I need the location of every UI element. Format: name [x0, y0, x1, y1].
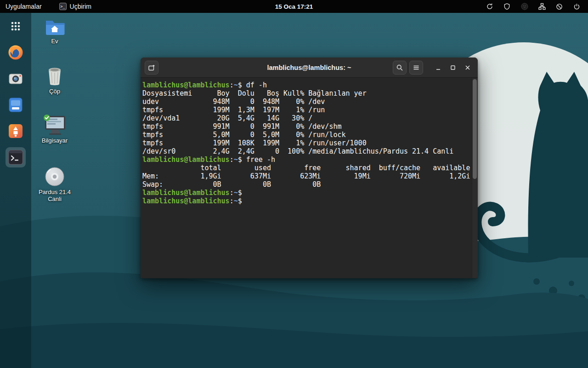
- files-icon[interactable]: [6, 95, 26, 115]
- terminal-line: udev 948M 0 948M 0% /dev: [142, 98, 469, 106]
- cd-disc-icon: [45, 167, 65, 187]
- terminal-line: Swap: 0B 0B 0B: [142, 180, 469, 189]
- search-button[interactable]: [393, 61, 407, 75]
- terminal-line: tmpfs 199M 108K 199M 1% /run/user/1000: [142, 139, 469, 147]
- desktop-icon-label: Ev: [51, 38, 58, 45]
- terminal-line: Mem: 1,9Gi 637Mi 623Mi 19Mi 720Mi 1,2Gi: [142, 172, 469, 180]
- window-title: lamblichus@lamblichus: ~: [267, 64, 351, 71]
- terminal-line: total used free shared buff/cache availa…: [142, 164, 469, 172]
- home-folder-icon: [45, 18, 65, 36]
- terminal-scrollbar[interactable]: [472, 78, 478, 278]
- show-applications-button[interactable]: [6, 16, 26, 36]
- topbar-left: Uygulamalar >_ Uçbirim: [0, 0, 96, 13]
- system-tray: [486, 0, 588, 13]
- camera-icon[interactable]: [6, 69, 26, 89]
- new-tab-button[interactable]: [145, 61, 158, 75]
- network-icon[interactable]: [538, 3, 546, 11]
- focused-app-label: Uçbirim: [70, 3, 91, 10]
- desktop-icon-computer[interactable]: Bilgisayar: [34, 114, 76, 144]
- minimize-button[interactable]: [432, 62, 444, 74]
- terminal-line: /dev/vda1 20G 5,4G 14G 30% /: [142, 114, 469, 122]
- shield-icon[interactable]: [503, 3, 511, 11]
- desktop-icon-label: Bilgisayar: [42, 137, 68, 144]
- disabled-circle-icon[interactable]: [555, 3, 563, 11]
- activities-button[interactable]: Uygulamalar: [0, 0, 47, 13]
- terminal-mini-icon: >_: [59, 3, 67, 10]
- clock[interactable]: 15 Oca 17:21: [275, 3, 313, 10]
- firefox-icon[interactable]: [6, 42, 26, 63]
- computer-icon: [43, 114, 67, 135]
- terminal-line: lamblichus@lamblichus:~$ df -h: [142, 81, 469, 89]
- top-bar: Uygulamalar >_ Uçbirim 15 Oca 17:21: [0, 0, 588, 13]
- close-button[interactable]: [462, 62, 474, 74]
- power-icon[interactable]: [573, 3, 581, 11]
- desktop-icon-label: Çöp: [49, 88, 60, 95]
- terminal-window: lamblichus@lamblichus: ~: [141, 58, 478, 278]
- dock: [0, 13, 31, 368]
- terminal-line: lamblichus@lamblichus:~$: [142, 197, 469, 205]
- app-indicator-icon[interactable]: [520, 3, 528, 11]
- terminal-viewport[interactable]: lamblichus@lamblichus:~$ df -hDosyasiste…: [141, 78, 478, 278]
- trash-icon: [45, 67, 64, 86]
- focused-app-menu[interactable]: >_ Uçbirim: [55, 0, 96, 13]
- terminal-line: /dev/sr0 2,4G 2,4G 0 100% /media/lamblic…: [142, 147, 469, 155]
- terminal-line: tmpfs 5,0M 0 5,0M 0% /run/lock: [142, 131, 469, 139]
- terminal-line: tmpfs 991M 0 991M 0% /dev/shm: [142, 122, 469, 131]
- update-icon[interactable]: [486, 3, 493, 11]
- software-center-icon[interactable]: [6, 121, 26, 141]
- desktop-icon-live-cd[interactable]: Pardus 21.4 Canli: [34, 167, 76, 202]
- scrollbar-thumb[interactable]: [473, 79, 477, 179]
- terminal-line: tmpfs 199M 1,3M 197M 1% /run: [142, 106, 469, 114]
- terminal-dock-icon[interactable]: [6, 147, 26, 167]
- terminal-line: lamblichus@lamblichus:~$: [142, 189, 469, 197]
- maximize-button[interactable]: [447, 62, 459, 74]
- menu-button[interactable]: [409, 61, 423, 75]
- desktop-icon-trash[interactable]: Çöp: [34, 67, 76, 95]
- terminal-titlebar[interactable]: lamblichus@lamblichus: ~: [141, 58, 478, 78]
- desktop-icon-label-line2: Canli: [39, 196, 71, 202]
- desktop-icon-home[interactable]: Ev: [34, 18, 76, 45]
- terminal-line: lamblichus@lamblichus:~$ free -h: [142, 155, 469, 164]
- desktop-icon-label-line1: Pardus 21.4: [39, 189, 71, 196]
- terminal-line: Dosyasistemi Boy Dolu Boş Kull% Bağlanıl…: [142, 89, 469, 98]
- terminal-text: lamblichus@lamblichus:~$ df -hDosyasiste…: [142, 81, 469, 205]
